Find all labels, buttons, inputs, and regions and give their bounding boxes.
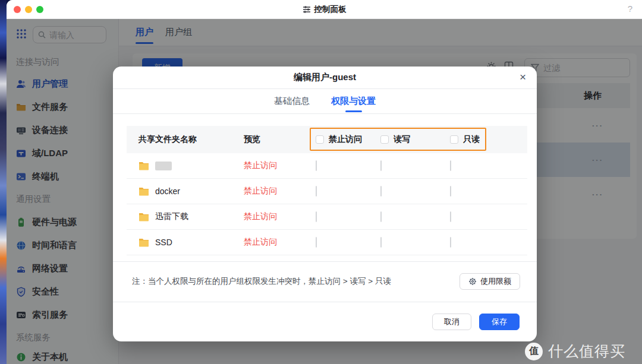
select-all-read-write-checkbox[interactable] bbox=[380, 135, 389, 144]
preview-no-access-link[interactable]: 禁止访问 bbox=[244, 160, 309, 171]
folder-name: docker bbox=[155, 186, 180, 196]
folder-icon bbox=[139, 162, 149, 170]
censored-folder-name bbox=[155, 162, 172, 170]
col-folder-name: 共享文件夹名称 bbox=[127, 134, 244, 145]
col-read-only: 只读 bbox=[463, 134, 480, 145]
window-title: 控制面板 bbox=[314, 4, 347, 15]
desktop-background-strip bbox=[0, 0, 7, 364]
select-all-no-access-checkbox[interactable] bbox=[316, 135, 324, 144]
permission-row: SSD 禁止访问 bbox=[127, 230, 527, 255]
preview-no-access-link[interactable]: 禁止访问 bbox=[244, 211, 309, 222]
col-preview: 预览 bbox=[244, 134, 309, 145]
permissions-table-header: 共享文件夹名称 预览 禁止访问 读写 只读 bbox=[127, 126, 527, 153]
read-only-checkbox[interactable] bbox=[450, 160, 451, 171]
read-write-checkbox[interactable] bbox=[380, 211, 382, 222]
folder-name: 迅雷下载 bbox=[155, 211, 188, 222]
dialog-title: 编辑用户-guest bbox=[113, 67, 537, 88]
permission-row: 禁止访问 bbox=[127, 153, 527, 179]
titlebar: 控制面板 ? bbox=[7, 0, 642, 19]
preview-no-access-link[interactable]: 禁止访问 bbox=[244, 237, 309, 248]
quota-button-label: 使用限额 bbox=[480, 276, 511, 287]
note-section: 注：当个人权限与所在的用户组权限发生冲突时，禁止访问 > 读写 > 只读 使用限… bbox=[113, 261, 537, 302]
select-all-read-only-checkbox[interactable] bbox=[450, 135, 458, 144]
dialog-footer: 取消 保存 bbox=[113, 302, 537, 341]
dialog-tabs: 基础信息 权限与设置 bbox=[113, 88, 537, 113]
col-read-write: 读写 bbox=[394, 134, 410, 145]
divider bbox=[113, 113, 537, 114]
read-only-checkbox[interactable] bbox=[450, 211, 451, 222]
save-button[interactable]: 保存 bbox=[479, 314, 520, 330]
col-no-access: 禁止访问 bbox=[329, 134, 362, 145]
no-access-checkbox[interactable] bbox=[316, 211, 317, 222]
no-access-checkbox[interactable] bbox=[316, 160, 317, 171]
control-panel-icon bbox=[303, 5, 311, 14]
smzdm-logo-icon: 值 bbox=[525, 343, 543, 360]
help-icon[interactable]: ? bbox=[628, 4, 632, 14]
preview-no-access-link[interactable]: 禁止访问 bbox=[244, 186, 309, 197]
folder-icon bbox=[139, 238, 149, 247]
close-icon[interactable]: × bbox=[520, 70, 526, 84]
read-write-checkbox[interactable] bbox=[380, 237, 382, 248]
watermark: 值 什么值得买 bbox=[525, 341, 625, 361]
no-access-checkbox[interactable] bbox=[316, 237, 317, 248]
read-write-checkbox[interactable] bbox=[380, 160, 382, 171]
no-access-checkbox[interactable] bbox=[316, 186, 317, 197]
edit-user-dialog: 编辑用户-guest × 基础信息 权限与设置 共享文件夹名称 预览 禁止访问 … bbox=[113, 67, 537, 341]
quota-gear-icon bbox=[468, 277, 477, 286]
permission-row: docker 禁止访问 bbox=[127, 179, 527, 204]
read-only-checkbox[interactable] bbox=[450, 186, 451, 197]
tab-basic-info[interactable]: 基础信息 bbox=[274, 90, 310, 113]
conflict-note: 注：当个人权限与所在的用户组权限发生冲突时，禁止访问 > 读写 > 只读 bbox=[132, 276, 391, 287]
read-only-checkbox[interactable] bbox=[450, 237, 451, 248]
folder-icon bbox=[139, 187, 149, 196]
folder-icon bbox=[139, 213, 149, 221]
permissions-table: 共享文件夹名称 预览 禁止访问 读写 只读 禁止访问 docker 禁止访问 bbox=[127, 126, 527, 255]
tab-permissions-settings[interactable]: 权限与设置 bbox=[331, 90, 376, 113]
watermark-text: 什么值得买 bbox=[548, 341, 625, 361]
read-write-checkbox[interactable] bbox=[380, 186, 382, 197]
cancel-button[interactable]: 取消 bbox=[432, 314, 471, 330]
usage-quota-button[interactable]: 使用限额 bbox=[460, 273, 520, 290]
permission-row: 迅雷下载 禁止访问 bbox=[127, 204, 527, 230]
folder-name: SSD bbox=[155, 238, 172, 247]
